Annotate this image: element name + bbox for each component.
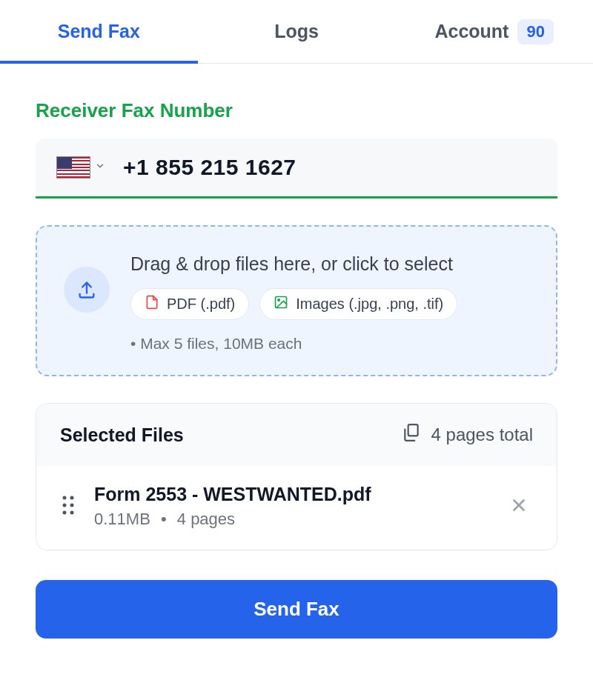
file-name: Form 2553 - WESTWANTED.pdf xyxy=(94,484,487,505)
svg-point-5 xyxy=(70,496,74,499)
file-size: 0.11MB xyxy=(94,510,150,528)
tab-account-label: Account xyxy=(434,21,508,42)
svg-rect-3 xyxy=(408,424,417,436)
fax-number-field xyxy=(36,139,557,199)
file-pdf-icon xyxy=(145,295,159,313)
chip-pdf-label: PDF (.pdf) xyxy=(167,296,235,313)
dropzone-title: Drag & drop files here, or click to sele… xyxy=(130,253,529,275)
file-meta: 0.11MB • 4 pages xyxy=(94,510,487,529)
flag-us-icon xyxy=(56,156,90,179)
remove-file-button[interactable] xyxy=(505,491,533,522)
chip-images: Images (.jpg, .png, .tif) xyxy=(259,288,457,320)
main-content: Receiver Fax Number Drag & drop files he… xyxy=(0,64,593,639)
chip-images-label: Images (.jpg, .png, .tif) xyxy=(296,296,443,313)
file-pages: 4 pages xyxy=(177,510,235,528)
tab-send-fax-label: Send Fax xyxy=(58,21,140,42)
chevron-down-icon xyxy=(95,161,105,174)
file-row: Form 2553 - WESTWANTED.pdf 0.11MB • 4 pa… xyxy=(36,466,557,550)
selected-files-title: Selected Files xyxy=(60,424,184,446)
tab-account[interactable]: Account 90 xyxy=(395,0,593,63)
meta-separator: • xyxy=(161,510,167,528)
selected-files-card: Selected Files 4 pages total xyxy=(36,403,557,550)
receiver-label: Receiver Fax Number xyxy=(36,99,557,122)
tab-bar: Send Fax Logs Account 90 xyxy=(0,0,593,64)
country-picker[interactable] xyxy=(56,156,105,179)
svg-point-9 xyxy=(70,510,74,514)
account-credits-badge: 90 xyxy=(517,19,553,44)
fax-number-input[interactable] xyxy=(123,155,537,180)
svg-point-8 xyxy=(63,510,67,514)
upload-icon xyxy=(64,267,110,313)
send-fax-button[interactable]: Send Fax xyxy=(36,580,557,639)
drag-handle-icon[interactable] xyxy=(60,494,76,519)
tab-send-fax[interactable]: Send Fax xyxy=(0,0,198,63)
svg-point-2 xyxy=(278,299,280,301)
svg-point-4 xyxy=(63,496,67,499)
pages-total: 4 pages total xyxy=(402,423,533,447)
dropzone-hint: • Max 5 files, 10MB each xyxy=(130,335,529,353)
close-icon xyxy=(529,496,529,496)
chip-pdf: PDF (.pdf) xyxy=(130,288,249,320)
copy-stack-icon xyxy=(402,423,421,447)
pages-total-text: 4 pages total xyxy=(431,424,533,445)
svg-point-6 xyxy=(63,503,67,507)
file-image-icon xyxy=(274,295,288,313)
selected-files-header: Selected Files 4 pages total xyxy=(36,404,557,466)
dropzone-text: Drag & drop files here, or click to sele… xyxy=(130,253,529,353)
tab-logs-label: Logs xyxy=(274,21,319,42)
file-dropzone[interactable]: Drag & drop files here, or click to sele… xyxy=(36,225,557,376)
tab-logs[interactable]: Logs xyxy=(198,0,396,63)
file-info: Form 2553 - WESTWANTED.pdf 0.11MB • 4 pa… xyxy=(94,484,487,529)
filetype-chips: PDF (.pdf) Images (.jpg, .png, .tif) xyxy=(130,288,529,320)
svg-point-7 xyxy=(70,503,74,507)
